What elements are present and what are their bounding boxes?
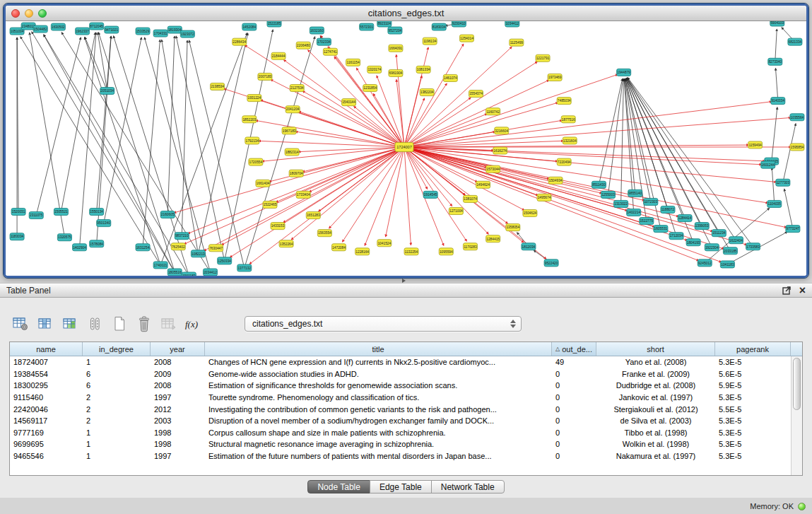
graph-node[interactable]: 1664091 (389, 45, 403, 52)
graph-node[interactable]: 1277303 (776, 179, 790, 186)
columns-pair-icon[interactable] (86, 315, 104, 333)
graph-node[interactable]: 1494624 (476, 181, 490, 188)
graph-node[interactable]: 8923104 (377, 21, 392, 27)
graph-node[interactable]: 1125499 (510, 39, 524, 46)
table-cell[interactable]: 5.3E-5 (715, 416, 791, 425)
tab-edge-table[interactable]: Edge Table (370, 480, 432, 493)
graph-node[interactable]: 9855140 (628, 189, 642, 197)
graph-node[interactable]: 1472084 (331, 244, 346, 251)
table-cell[interactable]: 5.3E-5 (715, 428, 791, 437)
graph-edge[interactable] (143, 40, 160, 247)
graph-node[interactable]: 5904103 (770, 21, 784, 26)
graph-node[interactable]: 1511234 (712, 230, 726, 237)
table-row[interactable]: 977716911998Corpus callosum shape and si… (10, 427, 802, 439)
table-cell[interactable]: 0 (552, 381, 596, 390)
table-row[interactable]: 1830029562008Estimation of significance … (10, 380, 802, 392)
table-cell[interactable]: 1998 (151, 428, 205, 437)
table-row[interactable]: 911546021997Tourette syndrome. Phenomeno… (10, 392, 802, 404)
graph-edge[interactable] (772, 168, 774, 204)
graph-node[interactable]: 1377132 (237, 264, 252, 271)
table-cell[interactable]: 5.3E-5 (715, 358, 791, 366)
table-cell[interactable]: 2009 (151, 370, 205, 378)
graph-node[interactable]: 1399053 (695, 223, 709, 230)
graph-edge[interactable] (625, 78, 650, 201)
graph-edge[interactable] (775, 29, 777, 62)
table-cell[interactable]: de Silva et al. (2003) (596, 416, 715, 425)
table-cell[interactable]: 1 (83, 428, 151, 437)
panel-splitter[interactable] (0, 278, 812, 283)
graph-node[interactable]: 6821334 (788, 38, 802, 45)
table-cell[interactable]: 9699695 (10, 440, 83, 448)
graph-edge[interactable] (621, 78, 624, 204)
graph-node[interactable]: 1170283 (463, 243, 477, 250)
graph-node[interactable]: 1733583 (746, 243, 760, 250)
graph-edge[interactable] (627, 78, 702, 226)
table-cell[interactable]: Estimation of the future numbers of pati… (205, 452, 552, 460)
table-cell[interactable]: 2012 (151, 405, 205, 414)
column-header-name[interactable]: name (10, 342, 83, 356)
trash-icon[interactable] (135, 315, 153, 333)
graph-node[interactable]: 1533529 (136, 28, 150, 35)
table-cell[interactable]: Investigating the contribution of common… (205, 405, 552, 414)
graph-edge[interactable] (626, 78, 685, 218)
graph-edge[interactable] (775, 68, 777, 100)
table-cell[interactable]: 2 (83, 416, 151, 425)
graph-node[interactable]: 1601244 (761, 161, 775, 168)
graph-node[interactable]: 1082213 (191, 250, 205, 257)
table-cell[interactable]: 2008 (151, 381, 205, 390)
table-cell[interactable]: 19384554 (10, 370, 83, 378)
table-cell[interactable]: 5.5E-5 (715, 405, 791, 414)
table-cell[interactable]: 6 (83, 381, 151, 390)
graph-node[interactable]: 8273340 (768, 58, 782, 65)
graph-node[interactable]: 1402214 (627, 209, 641, 216)
graph-node[interactable]: 9837210 (175, 233, 189, 240)
table-cell[interactable]: 2 (83, 393, 151, 402)
table-cell[interactable]: 18724007 (10, 358, 83, 366)
graph-node[interactable]: 1631254 (136, 244, 150, 251)
close-window-button[interactable] (11, 9, 20, 18)
graph-node[interactable]: 1504482 (33, 25, 47, 33)
graph-edge[interactable] (404, 147, 768, 203)
table-cell[interactable]: 0 (552, 452, 596, 460)
graph-node[interactable]: 1352264 (279, 240, 293, 247)
graph-node[interactable]: 2041204 (286, 106, 300, 113)
graph-edge[interactable] (404, 147, 747, 245)
graph-node[interactable]: 1923072 (180, 30, 194, 37)
graph-node[interactable]: 1651283 (306, 211, 320, 218)
graph-edge[interactable] (85, 37, 107, 90)
graph-edge[interactable] (386, 147, 404, 237)
graph-node[interactable]: 1095594 (439, 248, 453, 255)
table-scrollbar-thumb[interactable] (793, 358, 801, 410)
table-cell[interactable]: Changes of HCN gene expression and I(f) … (205, 358, 552, 366)
table-cell[interactable]: 0 (552, 370, 596, 378)
graph-node[interactable]: 2051034 (100, 88, 114, 95)
graph-edge[interactable] (97, 36, 111, 211)
graph-edge[interactable] (162, 40, 199, 254)
graph-edge[interactable] (404, 117, 791, 147)
graph-node[interactable]: 1035564 (790, 114, 804, 121)
table-cell[interactable]: Structural magnetic resonance image aver… (205, 440, 552, 448)
graph-node[interactable]: 1804193 (686, 239, 700, 246)
graph-edge[interactable] (36, 37, 81, 216)
graph-edge[interactable] (608, 78, 623, 194)
table-cell[interactable]: Corpus callosum shape and size in male p… (205, 428, 552, 437)
graph-edge[interactable] (342, 147, 404, 242)
graph-node[interactable]: 3216604 (495, 127, 509, 134)
network-view-window[interactable]: citations_edges.txt 10510342348012150448… (4, 4, 808, 278)
graph-node[interactable]: 1504624 (523, 209, 537, 216)
table-cell[interactable]: 5.9E-5 (715, 381, 791, 390)
graph-node[interactable]: 1381074 (463, 195, 477, 202)
table-cell[interactable]: 1 (83, 358, 151, 366)
column-header-in_degree[interactable]: in_degree (83, 342, 151, 356)
graph-node[interactable]: 1072303 (644, 198, 658, 205)
graph-node[interactable]: 1522185 (267, 21, 281, 27)
graph-node[interactable]: 1320174 (367, 66, 382, 73)
graph-node[interactable]: 7220494 (557, 158, 571, 165)
graph-node[interactable]: 1877516 (561, 116, 575, 123)
table-cell[interactable]: 14569117 (10, 416, 83, 425)
new-file-icon[interactable] (110, 315, 129, 333)
table-cell[interactable]: Tourette syndrome. Phenomenology and cla… (205, 393, 552, 402)
table-scrollbar[interactable] (791, 356, 802, 475)
graph-node[interactable]: 1271004 (449, 207, 463, 214)
table-cell[interactable]: 5.6E-5 (715, 370, 791, 378)
